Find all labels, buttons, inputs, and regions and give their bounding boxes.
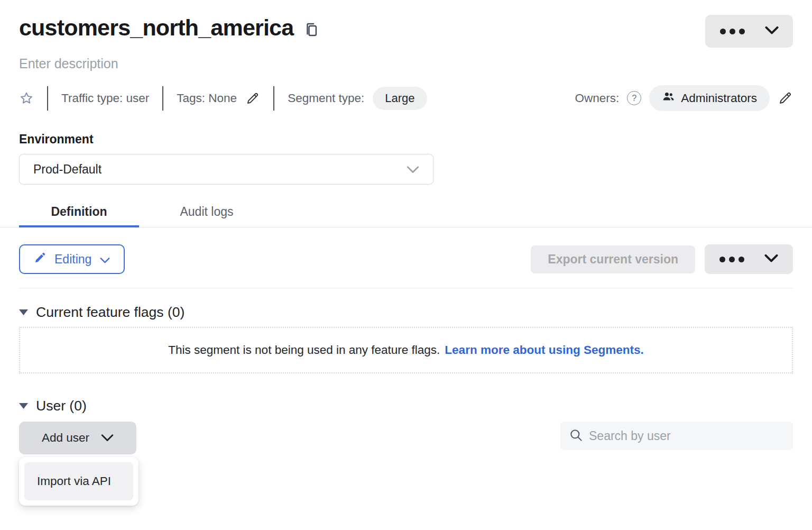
feature-flags-empty-state: This segment is not being used in any fe… (19, 327, 793, 373)
add-user-button[interactable]: Add user (19, 422, 136, 454)
owners-value: Administrators (681, 92, 757, 105)
definition-more-actions-button[interactable] (705, 244, 793, 274)
page-header: customers_north_america (19, 15, 793, 48)
tab-definition[interactable]: Definition (19, 196, 139, 227)
environment-select[interactable]: Prod-Default (19, 154, 433, 185)
segment-type-label: Segment type: (288, 92, 364, 105)
tags-label: Tags: None (177, 92, 237, 105)
collapse-triangle-icon (19, 308, 28, 317)
favorite-star-button[interactable] (19, 91, 34, 106)
definition-toolbar: Editing Export current version (19, 244, 793, 274)
edit-tags-button[interactable] (245, 91, 260, 106)
chevron-down-icon (407, 162, 419, 177)
owners-pill[interactable]: Administrators (649, 85, 770, 111)
user-search-box (560, 422, 793, 450)
environment-selected-value: Prod-Default (33, 162, 102, 177)
page-title: customers_north_america (19, 15, 293, 41)
chevron-down-icon (764, 254, 778, 264)
meta-row: Traffic type: user Tags: None Segment ty… (19, 85, 793, 111)
divider (273, 86, 274, 111)
pencil-filled-icon (34, 252, 46, 267)
traffic-type-label: Traffic type: user (61, 92, 149, 105)
user-section-title: User (0) (36, 398, 87, 414)
add-user-label: Add user (42, 431, 89, 445)
help-icon[interactable]: ? (627, 91, 641, 105)
user-controls-row: Add user Import via API (19, 422, 793, 454)
user-section-header[interactable]: User (0) (19, 398, 87, 414)
add-user-dropdown-menu: Import via API (19, 457, 139, 506)
star-icon (19, 99, 34, 107)
collapse-triangle-icon (19, 401, 28, 411)
page-more-actions-button[interactable] (705, 15, 793, 48)
chevron-down-icon (101, 431, 114, 445)
tab-bar: Definition Audit logs (0, 196, 812, 227)
export-current-version-button[interactable]: Export current version (531, 245, 695, 273)
feature-flags-section-title: Current feature flags (0) (36, 304, 184, 321)
people-icon (662, 90, 675, 106)
pencil-icon (245, 99, 260, 107)
divider (162, 86, 163, 111)
environment-label: Environment (19, 132, 793, 147)
divider (47, 86, 48, 111)
chevron-down-icon (765, 26, 779, 36)
pencil-icon (778, 99, 793, 107)
ellipsis-icon (719, 257, 744, 262)
feature-flags-section-header[interactable]: Current feature flags (0) (19, 304, 184, 321)
editing-status-label: Editing (54, 252, 91, 267)
edit-owners-button[interactable] (778, 90, 793, 106)
learn-more-link[interactable]: Learn more about using Segments. (445, 343, 643, 357)
description-placeholder[interactable]: Enter description (19, 56, 118, 71)
divider (19, 288, 793, 288)
editing-status-button[interactable]: Editing (19, 244, 125, 274)
feature-flags-empty-message: This segment is not being used in any fe… (168, 343, 440, 357)
owners-label: Owners: (575, 92, 619, 105)
chevron-down-icon (100, 252, 110, 267)
ellipsis-icon (720, 29, 745, 34)
copy-icon (304, 32, 318, 40)
environment-section: Environment Prod-Default (19, 132, 793, 185)
tab-audit-logs[interactable]: Audit logs (170, 196, 244, 227)
search-icon (569, 428, 583, 444)
copy-title-button[interactable] (304, 22, 318, 38)
search-by-user-input[interactable] (588, 428, 785, 444)
segment-type-badge: Large (373, 87, 427, 110)
menu-item-import-via-api[interactable]: Import via API (24, 462, 133, 500)
